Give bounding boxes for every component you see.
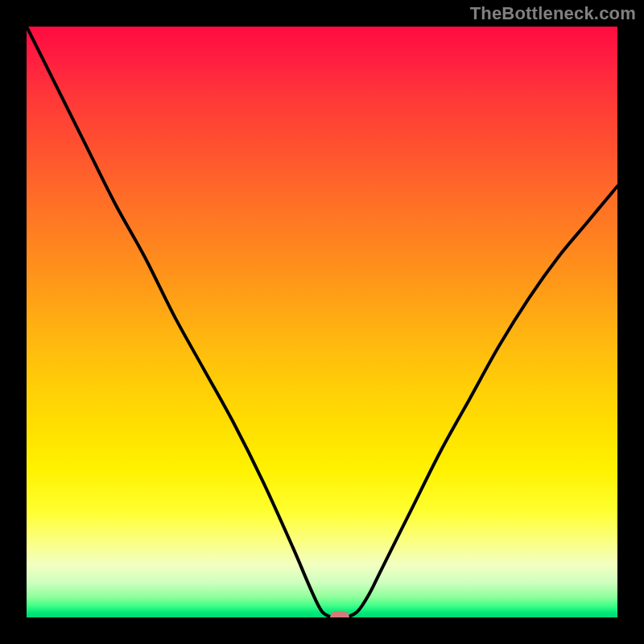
attribution-text: TheBottleneck.com bbox=[470, 3, 636, 24]
optimal-marker bbox=[330, 611, 349, 617]
bottleneck-curve bbox=[27, 27, 617, 617]
plot-area bbox=[27, 27, 617, 617]
chart-frame: TheBottleneck.com bbox=[0, 0, 644, 644]
